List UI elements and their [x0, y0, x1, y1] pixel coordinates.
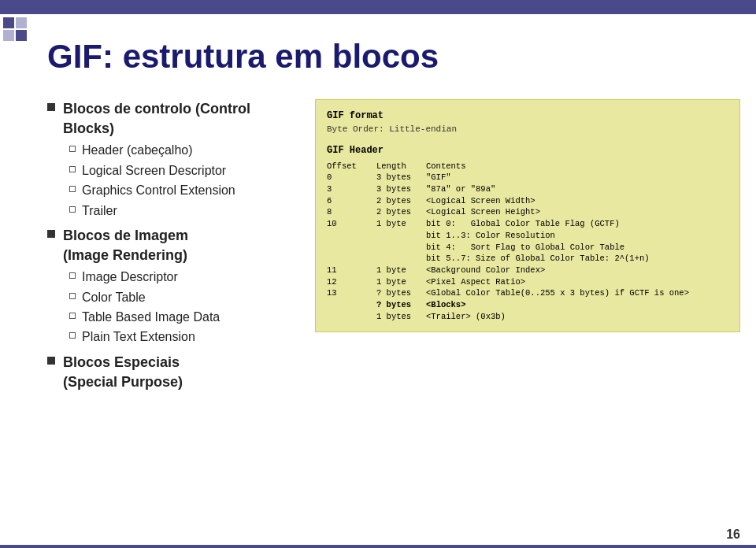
list-item: Color Table	[69, 289, 299, 306]
decorative-squares	[0, 14, 30, 44]
code-header-subtitle: Byte Order: Little-endian	[327, 124, 728, 136]
list-item-special-blocks: Blocos Especiais(Special Purpose)	[47, 353, 299, 392]
sub-bullet-label: Plain Text Extension	[82, 328, 195, 346]
top-bar	[0, 0, 756, 14]
bullet-icon	[47, 357, 55, 365]
list-item: Graphics Control Extension	[69, 182, 299, 199]
code-section-title: GIF Header	[327, 144, 728, 157]
bullet-icon	[47, 230, 55, 238]
sub-bullet-label: Trailer	[82, 202, 117, 220]
code-line: 3 3 bytes "87a" or "89a"	[327, 183, 728, 195]
sub-bullet-label: Logical Screen Descriptor	[82, 162, 226, 180]
code-line-bold: ? bytes <Blocks>	[327, 299, 728, 311]
sub-bullet-icon	[69, 272, 76, 279]
sub-bullet-icon	[69, 293, 76, 299]
control-blocks-children: Header (cabeçalho) Logical Screen Descri…	[69, 142, 299, 220]
list-item: Image Descriptor	[69, 268, 299, 286]
page-title: GIF: estrutura em blocos	[47, 38, 740, 76]
code-line: 0 3 bytes "GIF"	[327, 172, 728, 183]
sub-bullet-icon	[69, 332, 76, 339]
bottom-bar	[0, 545, 756, 548]
code-column-header: Offset Length Contents	[327, 161, 728, 172]
bullet-icon	[47, 103, 55, 111]
sub-bullet-label: Color Table	[82, 289, 146, 306]
sub-bullet-label: Image Descriptor	[82, 268, 178, 286]
bullet-label: Blocos Especiais(Special Purpose)	[63, 353, 183, 392]
code-line: bit 5..7: Size of Global Color Table: 2^…	[327, 253, 728, 265]
content-area: Blocos de controlo (Control Blocks) Head…	[47, 99, 740, 524]
sub-bullet-label: Table Based Image Data	[82, 309, 220, 326]
list-item: Header (cabeçalho)	[69, 142, 299, 159]
list-item-control-blocks: Blocos de controlo (Control Blocks)	[47, 99, 299, 139]
list-item: Table Based Image Data	[69, 309, 299, 326]
page-number: 16	[726, 528, 740, 542]
code-line: 1 bytes <Trailer> (0x3b)	[327, 311, 728, 323]
list-item: Logical Screen Descriptor	[69, 162, 299, 180]
left-column: Blocos de controlo (Control Blocks) Head…	[47, 99, 299, 524]
list-item: Plain Text Extension	[69, 328, 299, 346]
code-line: 13 ? bytes <Global Color Table(0..255 x …	[327, 287, 728, 299]
image-blocks-children: Image Descriptor Color Table Table Based…	[69, 268, 299, 346]
code-line: 10 1 byte bit 0: Global Color Table Flag…	[327, 218, 728, 230]
sub-bullet-icon	[69, 166, 76, 172]
right-column: GIF format Byte Order: Little-endian GIF…	[315, 99, 740, 524]
code-line: 8 2 bytes <Logical Screen Height>	[327, 206, 728, 218]
code-line: 6 2 bytes <Logical Screen Width>	[327, 195, 728, 207]
sub-bullet-icon	[69, 206, 76, 213]
code-line: 11 1 byte <Background Color Index>	[327, 265, 728, 276]
sub-bullet-icon	[69, 313, 76, 319]
code-line: 12 1 byte <Pixel Aspect Ratio>	[327, 276, 728, 288]
code-box: GIF format Byte Order: Little-endian GIF…	[315, 99, 740, 332]
code-line: bit 4: Sort Flag to Global Color Table	[327, 242, 728, 254]
list-item-image-blocks: Blocos de Imagem(Image Rendering)	[47, 226, 299, 265]
code-line: bit 1..3: Color Resolution	[327, 230, 728, 242]
bullet-label: Blocos de controlo (Control Blocks)	[63, 99, 299, 139]
code-header-title: GIF format	[327, 109, 728, 123]
bullet-label: Blocos de Imagem(Image Rendering)	[63, 226, 188, 265]
sub-bullet-icon	[69, 186, 76, 192]
list-item: Trailer	[69, 202, 299, 220]
main-content: GIF: estrutura em blocos Blocos de contr…	[47, 14, 740, 524]
sub-bullet-label: Graphics Control Extension	[82, 182, 235, 199]
sub-bullet-icon	[69, 146, 76, 152]
sub-bullet-label: Header (cabeçalho)	[82, 142, 193, 159]
